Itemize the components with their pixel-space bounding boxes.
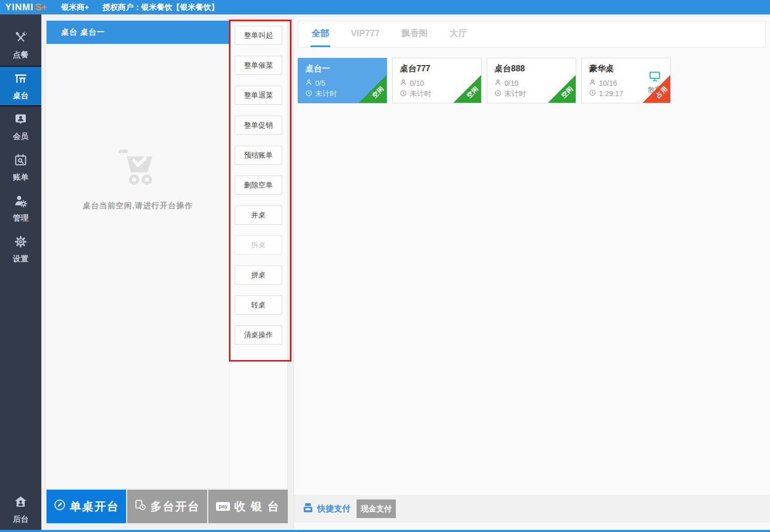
sidebar-item-label: 桌台 xyxy=(13,91,28,101)
open-multi-table-label: 多台开台 xyxy=(150,499,200,514)
sidebar-item-manage[interactable]: 管理 xyxy=(0,188,41,229)
area-tabbar: 全部 VIP777 飘香阁 大厅 xyxy=(298,21,766,48)
action-button-transfer-table[interactable]: 转桌 xyxy=(235,295,282,315)
sidebar-item-members[interactable]: 会员 xyxy=(0,106,41,147)
table-time: 未计时 xyxy=(410,89,432,99)
table-capacity: 10/16 xyxy=(599,79,617,87)
sidebar-item-backend[interactable]: 后台 xyxy=(0,489,41,530)
table-icon xyxy=(13,71,28,88)
action-button-call-up-order[interactable]: 整单叫起 xyxy=(235,26,282,45)
status-ribbon: 占用 xyxy=(642,75,670,103)
table-time: 1:29:17 xyxy=(599,89,623,98)
table-card-luxury[interactable]: 豪华桌 10/16 1:29:17 散客 占用 xyxy=(581,58,671,103)
sidebar-item-label: 管理 xyxy=(13,213,28,223)
sidebar-spacer xyxy=(0,270,41,489)
cashier-button[interactable]: pay 收 银 台 xyxy=(208,490,288,523)
home-icon xyxy=(13,495,28,511)
empty-table-hint: 桌台当前空闲,请进行开台操作 xyxy=(83,201,193,211)
table-card-888[interactable]: 桌台888 0/10 未计时 空闲 xyxy=(487,58,576,103)
logo-text: YINMI xyxy=(5,2,34,13)
order-panel-body: 桌台当前空闲,请进行开台操作 xyxy=(47,44,229,488)
tab-all[interactable]: 全部 xyxy=(311,21,330,47)
logo-suffix: S+ xyxy=(35,2,47,13)
table-time: 未计时 xyxy=(315,89,337,99)
action-button-split-table: 拆桌 xyxy=(235,236,282,255)
table-name: 桌台777 xyxy=(400,64,474,74)
action-button-clear-table[interactable]: 清桌操作 xyxy=(235,325,282,345)
app-window: YINMI S+ 银米商+ 授权商户：银米餐饮【银米餐饮】 点餐 桌台 xyxy=(0,0,770,532)
clock-icon xyxy=(589,89,596,98)
pos-terminal-icon xyxy=(302,502,314,515)
sidebar-item-bills[interactable]: 账单 xyxy=(0,147,41,188)
multi-table-clock-icon xyxy=(134,499,146,514)
clock-icon xyxy=(400,90,407,98)
quick-pay-label: 快捷支付 xyxy=(317,504,350,514)
sidebar-item-label: 会员 xyxy=(13,132,28,142)
table-capacity: 0/10 xyxy=(410,79,424,87)
table-card-777[interactable]: 桌台777 0/10 未计时 空闲 xyxy=(392,58,482,103)
pencil-circle-icon xyxy=(54,499,66,514)
action-button-delete-empty-order[interactable]: 删除空单 xyxy=(235,176,282,195)
cash-pay-button[interactable]: 现金支付 xyxy=(357,499,396,518)
order-panel-header: 桌台 桌台一 xyxy=(47,21,229,44)
sidebar-item-label: 账单 xyxy=(13,173,28,182)
person-icon xyxy=(400,79,407,87)
table-capacity: 0/10 xyxy=(504,79,518,87)
tab-vip777[interactable]: VIP777 xyxy=(350,21,381,47)
payment-footer: 快捷支付 现金支付 xyxy=(294,495,770,523)
empty-cart-icon xyxy=(116,146,160,189)
sidebar-item-label: 点餐 xyxy=(13,50,28,60)
bottom-actions-bar: 单桌开台 多台开台 pay 收 银 台 xyxy=(47,490,288,523)
tab-piaoxiangge[interactable]: 飘香阁 xyxy=(401,21,429,47)
open-single-table-button[interactable]: 单桌开台 xyxy=(47,490,126,523)
action-button-promo-order[interactable]: 整单促销 xyxy=(235,116,282,135)
utensils-icon xyxy=(13,30,28,47)
table-card-table-one[interactable]: 桌台一 0/5 未计时 空闲 xyxy=(298,58,387,103)
tables-panel: 全部 VIP777 飘香阁 大厅 桌台一 0/5 未计时 空闲 xyxy=(294,17,770,530)
bill-calendar-icon xyxy=(13,153,28,169)
pay-icon: pay xyxy=(216,502,230,511)
action-button-urge-order[interactable]: 整单催菜 xyxy=(235,56,282,75)
table-name: 桌台一 xyxy=(305,64,379,74)
action-button-merge-table[interactable]: 并桌 xyxy=(235,206,282,225)
sidebar-item-tables[interactable]: 桌台 xyxy=(0,66,41,106)
merchant-label: 授权商户：银米餐饮【银米餐饮】 xyxy=(102,3,219,12)
action-button-return-order[interactable]: 整单退菜 xyxy=(235,86,282,105)
person-icon xyxy=(589,79,596,87)
status-ribbon: 空闲 xyxy=(453,75,481,103)
open-multi-table-button[interactable]: 多台开台 xyxy=(127,490,207,523)
status-ribbon: 空闲 xyxy=(548,75,576,103)
clock-icon xyxy=(305,90,312,98)
yinmi-logo: YINMI S+ xyxy=(5,2,47,13)
clock-icon xyxy=(495,90,501,98)
action-button-share-table[interactable]: 拼桌 xyxy=(235,265,282,285)
table-actions-column: 整单叫起 整单催菜 整单退菜 整单促销 预结账单 删除空单 并桌 拆桌 拼桌 转… xyxy=(229,21,288,488)
sidebar-item-label: 后台 xyxy=(13,514,28,524)
table-card-grid: 桌台一 0/5 未计时 空闲 桌台777 0/10 xyxy=(298,58,671,103)
person-icon xyxy=(495,79,501,87)
tab-hall[interactable]: 大厅 xyxy=(449,21,468,47)
table-capacity: 0/5 xyxy=(315,79,325,87)
open-single-table-label: 单桌开台 xyxy=(70,499,119,514)
sidebar-nav: 点餐 桌台 会员 xyxy=(0,14,41,530)
settings-gear-icon xyxy=(13,234,28,251)
sidebar-item-label: 设置 xyxy=(13,254,28,264)
topbar: YINMI S+ 银米商+ 授权商户：银米餐饮【银米餐饮】 xyxy=(0,0,770,14)
table-name: 桌台888 xyxy=(495,64,568,74)
brand-name: 银米商+ xyxy=(61,3,89,12)
bottom-accent-line xyxy=(0,530,770,532)
person-icon xyxy=(305,79,312,87)
quick-pay-button[interactable]: 快捷支付 xyxy=(302,502,350,515)
sidebar-item-order[interactable]: 点餐 xyxy=(0,25,41,66)
action-button-pre-bill[interactable]: 预结账单 xyxy=(235,146,282,165)
manage-user-icon xyxy=(13,194,28,210)
cashier-label: 收 银 台 xyxy=(234,499,280,514)
sidebar-item-settings[interactable]: 设置 xyxy=(0,229,41,270)
table-time: 未计时 xyxy=(504,89,526,99)
status-ribbon: 空闲 xyxy=(359,75,387,103)
member-card-icon xyxy=(13,112,28,129)
